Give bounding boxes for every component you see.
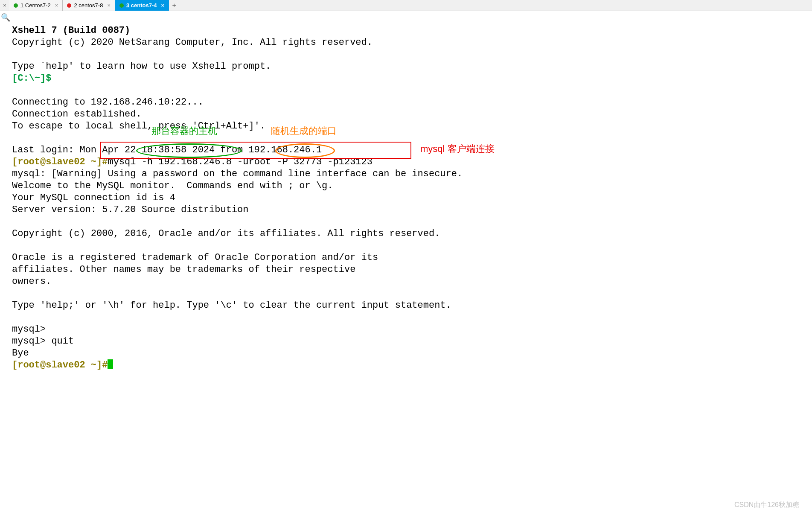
line: affiliates. Other names may be trademark… bbox=[12, 264, 355, 275]
status-dot-icon bbox=[14, 3, 18, 8]
line: mysql> quit bbox=[12, 336, 74, 347]
line: Connecting to 192.168.246.10:22... bbox=[12, 97, 204, 108]
line: Last login: Mon Apr 22 18:38:58 2024 fro… bbox=[12, 145, 322, 155]
shell-prompt: [C:\~]$ bbox=[12, 73, 51, 84]
tab-label: 1 Centos7-2 bbox=[20, 2, 51, 9]
line: Oracle is a registered trademark of Orac… bbox=[12, 252, 378, 263]
close-icon[interactable]: × bbox=[107, 2, 111, 9]
status-dot-icon bbox=[119, 3, 124, 8]
line: Server version: 5.7.20 Source distributi… bbox=[12, 204, 249, 215]
shell-prompt: [root@slave02 ~]# bbox=[12, 157, 108, 167]
shell-prompt: [root@slave02 ~]# bbox=[12, 360, 108, 370]
line: Type 'help;' or '\h' for help. Type '\c'… bbox=[12, 300, 451, 311]
line: Copyright (c) 2000, 2016, Oracle and/or … bbox=[12, 228, 440, 239]
cursor-icon bbox=[108, 359, 113, 369]
close-tabs-icon[interactable]: × bbox=[0, 2, 9, 9]
line: Welcome to the MySQL monitor. Commands e… bbox=[12, 181, 333, 191]
tab-centos7-8[interactable]: 2 centos7-8 × bbox=[63, 0, 115, 11]
line: mysql: [Warning] Using a password on the… bbox=[12, 169, 463, 179]
status-dot-icon bbox=[67, 3, 71, 8]
tab-bar: × 1 Centos7-2 × 2 centos7-8 × 3 centos7-… bbox=[0, 0, 812, 11]
tab-centos7-2[interactable]: 1 Centos7-2 × bbox=[9, 0, 63, 11]
tab-label: 3 centos7-4 bbox=[126, 2, 157, 9]
close-icon[interactable]: × bbox=[161, 2, 165, 9]
command: mysql -h 192.168.246.8 -uroot -P 32773 -… bbox=[108, 157, 373, 167]
close-icon[interactable]: × bbox=[55, 2, 58, 9]
left-gutter: 🔍 bbox=[1, 13, 9, 22]
search-icon[interactable]: 🔍 bbox=[1, 14, 10, 22]
tab-centos7-4[interactable]: 3 centos7-4 × bbox=[115, 0, 169, 11]
line: Type `help' to learn how to use Xshell p… bbox=[12, 61, 271, 72]
tab-label: 2 centos7-8 bbox=[74, 2, 103, 9]
line: Xshell 7 (Build 0087) bbox=[12, 25, 130, 36]
line: owners. bbox=[12, 276, 51, 287]
add-tab-button[interactable]: + bbox=[169, 2, 179, 9]
line: To escape to local shell, press 'Ctrl+Al… bbox=[12, 121, 265, 131]
line: mysql> bbox=[12, 324, 46, 335]
terminal-output[interactable]: Xshell 7 (Build 0087) Copyright (c) 2020… bbox=[12, 13, 812, 371]
line: Your MySQL connection id is 4 bbox=[12, 192, 175, 203]
line: Copyright (c) 2020 NetSarang Computer, I… bbox=[12, 37, 373, 48]
line: Connection established. bbox=[12, 109, 142, 120]
watermark: CSDN由牛126秋加糖 bbox=[734, 501, 799, 510]
line: Bye bbox=[12, 348, 29, 359]
